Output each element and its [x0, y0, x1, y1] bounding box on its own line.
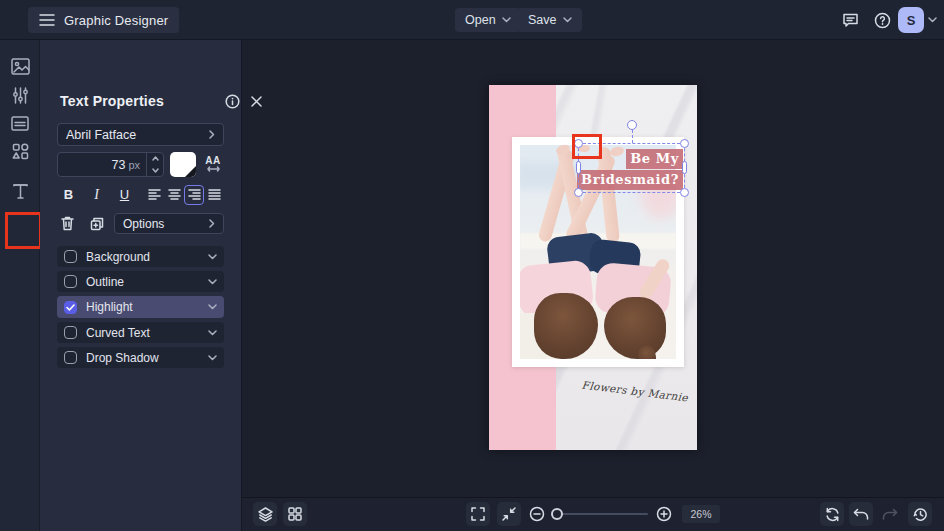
italic-button[interactable]: I [85, 184, 108, 205]
annotation-box-text-tool [5, 212, 42, 249]
resize-handle-right[interactable] [682, 161, 687, 174]
minus-circle-icon [529, 506, 545, 522]
align-right-icon [188, 189, 201, 200]
chevron-down-icon [563, 17, 572, 23]
chevron-down-icon[interactable] [208, 355, 217, 361]
toggle-row-0[interactable]: Background [57, 246, 224, 267]
rotation-connector [632, 130, 633, 143]
selection-box[interactable] [578, 143, 685, 193]
sidebar-item-images[interactable] [9, 55, 31, 77]
resize-handle-top-right[interactable] [680, 139, 689, 148]
resize-handle-left[interactable] [576, 161, 581, 174]
design-canvas[interactable]: Flowers by Marnie Be My Bridesmaid? [489, 85, 697, 450]
shapes-icon [12, 143, 29, 160]
info-button[interactable] [223, 92, 241, 110]
feedback-button[interactable] [838, 8, 862, 32]
save-button[interactable]: Save [518, 8, 582, 32]
reset-view-button[interactable] [820, 502, 844, 526]
history-button[interactable] [908, 502, 932, 526]
text-color-swatch[interactable] [170, 152, 196, 177]
chevron-down-icon [928, 17, 937, 23]
delete-button[interactable] [57, 214, 78, 234]
checkbox-background[interactable] [64, 250, 77, 263]
text-effect-toggles: Background Outline Highlight [57, 246, 224, 372]
layers-button[interactable] [253, 502, 277, 526]
duplicate-button[interactable] [86, 214, 107, 234]
app-title: Graphic Designer [64, 13, 168, 28]
chevron-down-icon[interactable] [208, 304, 217, 310]
stepper-down-button[interactable] [147, 165, 163, 177]
top-bar: Graphic Designer Open Save S [0, 0, 944, 40]
align-right-button[interactable] [184, 185, 204, 205]
help-button[interactable] [870, 8, 894, 32]
align-justify-icon [208, 189, 221, 200]
checkbox-drop-shadow[interactable] [64, 351, 77, 364]
plus-circle-icon [656, 506, 672, 522]
options-label: Options [123, 217, 209, 231]
align-center-icon [168, 189, 181, 200]
rotate-handle[interactable] [627, 120, 637, 130]
resize-handle-bottom-right[interactable] [680, 188, 689, 197]
zoom-slider-handle[interactable] [551, 508, 563, 520]
swatch-corner [185, 166, 196, 177]
bold-button[interactable]: B [57, 184, 80, 205]
font-size-value: 73 [58, 153, 128, 176]
avatar[interactable]: S [898, 7, 924, 33]
chevron-down-icon[interactable] [208, 330, 217, 336]
chat-bubble-icon [842, 12, 859, 28]
align-left-button[interactable] [144, 185, 164, 205]
stepper-up-button[interactable] [147, 153, 163, 165]
fit-to-screen-button[interactable] [497, 502, 521, 526]
fit-screen-icon [502, 507, 516, 521]
sidebar-item-shapes[interactable] [9, 140, 31, 162]
main-menu-button[interactable]: Graphic Designer [28, 7, 179, 33]
tool-rail [0, 40, 40, 531]
pages-button[interactable] [283, 502, 307, 526]
resize-handle-bottom-left[interactable] [574, 188, 583, 197]
letter-spacing-label: AA [205, 156, 220, 166]
panel-title: Text Properties [60, 93, 164, 109]
zoom-slider[interactable] [552, 513, 648, 515]
letter-spacing-button[interactable]: AA [201, 151, 225, 177]
toggle-row-3[interactable]: Curved Text [57, 322, 224, 343]
chevron-down-icon [502, 17, 511, 23]
toggle-row-2[interactable]: Highlight [57, 296, 224, 318]
toggle-row-1[interactable]: Outline [57, 271, 224, 292]
text-actions-row: Options [57, 213, 224, 234]
redo-icon [882, 508, 898, 521]
align-justify-button[interactable] [204, 185, 224, 205]
hamburger-icon [39, 14, 55, 26]
options-button[interactable]: Options [114, 213, 224, 234]
image-icon [11, 58, 30, 75]
zoom-in-button[interactable] [652, 502, 676, 526]
chevron-right-icon [209, 219, 215, 228]
redo-button[interactable] [878, 502, 902, 526]
refresh-icon [825, 507, 840, 522]
zoom-out-button[interactable] [525, 502, 549, 526]
open-button[interactable]: Open [455, 8, 521, 32]
workspace[interactable]: Flowers by Marnie Be My Bridesmaid? [242, 40, 944, 497]
toggle-row-4[interactable]: Drop Shadow [57, 347, 224, 368]
checkbox-highlight[interactable] [64, 301, 77, 314]
checkbox-outline[interactable] [64, 275, 77, 288]
text-tool-icon [12, 183, 29, 200]
align-center-button[interactable] [164, 185, 184, 205]
trash-icon [61, 216, 74, 231]
sidebar-item-adjustments[interactable] [9, 84, 31, 106]
chevron-right-icon [209, 130, 215, 139]
checkbox-curved-text[interactable] [64, 326, 77, 339]
resize-handle-top-left[interactable] [574, 139, 583, 148]
close-panel-button[interactable] [247, 92, 265, 110]
grid-icon [288, 507, 302, 521]
fullscreen-button[interactable] [466, 502, 490, 526]
zoom-level-display[interactable]: 26% [682, 505, 720, 523]
sidebar-item-layout[interactable] [9, 112, 31, 134]
font-size-input[interactable]: 73 px [57, 152, 164, 177]
sidebar-item-text[interactable] [9, 180, 31, 202]
font-family-select[interactable]: Abril Fatface [57, 123, 224, 146]
chevron-down-icon[interactable] [208, 279, 217, 285]
account-menu-button[interactable] [924, 8, 940, 32]
chevron-down-icon[interactable] [208, 254, 217, 260]
undo-button[interactable] [849, 502, 873, 526]
underline-button[interactable]: U [113, 184, 136, 205]
